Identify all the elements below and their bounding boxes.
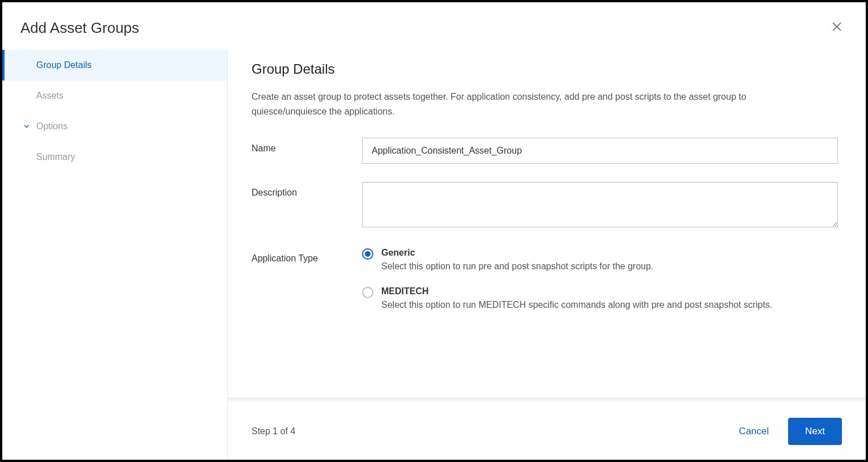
next-button[interactable]: Next <box>788 418 842 445</box>
form-row-description: Description <box>252 182 842 230</box>
modal-header: Add Asset Groups <box>2 2 866 50</box>
radio-text: Generic Select this option to run pre an… <box>381 248 838 272</box>
name-label: Name <box>252 138 362 154</box>
radio-desc: Select this option to run MEDITECH speci… <box>381 300 838 310</box>
page-title: Group Details <box>252 61 842 77</box>
sidebar-item-label: Group Details <box>36 60 92 70</box>
modal-body: Group Details Assets Options Summary Gro… <box>2 50 866 460</box>
cancel-button[interactable]: Cancel <box>739 426 769 437</box>
wizard-sidebar: Group Details Assets Options Summary <box>2 50 228 460</box>
main-panel: Group Details Create an asset group to p… <box>228 50 866 460</box>
radio-option-generic[interactable]: Generic Select this option to run pre an… <box>362 248 838 272</box>
footer-actions: Cancel Next <box>739 418 842 445</box>
sidebar-item-group-details[interactable]: Group Details <box>2 50 227 80</box>
radio-icon <box>362 248 373 260</box>
add-asset-groups-modal: Add Asset Groups Group Details Assets Op… <box>0 0 868 462</box>
main-content: Group Details Create an asset group to p… <box>228 50 866 397</box>
radio-title: MEDITECH <box>381 286 838 296</box>
close-icon <box>831 19 843 36</box>
chevron-down-icon <box>23 122 31 130</box>
radio-title: Generic <box>381 248 838 258</box>
radio-option-meditech[interactable]: MEDITECH Select this option to run MEDIT… <box>362 286 838 310</box>
application-type-radio-group: Generic Select this option to run pre an… <box>362 248 838 310</box>
step-indicator: Step 1 of 4 <box>252 426 295 436</box>
sidebar-item-summary[interactable]: Summary <box>2 142 227 172</box>
sidebar-item-assets[interactable]: Assets <box>2 80 227 111</box>
footer-separator <box>228 397 866 403</box>
form-row-name: Name <box>252 138 842 164</box>
radio-text: MEDITECH Select this option to run MEDIT… <box>381 286 838 310</box>
modal-title: Add Asset Groups <box>20 19 139 37</box>
sidebar-item-label: Assets <box>36 91 63 101</box>
radio-icon <box>362 287 373 298</box>
page-intro-text: Create an asset group to protect assets … <box>252 90 818 118</box>
sidebar-item-label: Options <box>36 121 67 132</box>
description-label: Description <box>252 182 362 198</box>
radio-desc: Select this option to run pre and post s… <box>381 261 838 272</box>
application-type-label: Application Type <box>252 248 362 264</box>
wizard-footer: Step 1 of 4 Cancel Next <box>228 403 866 460</box>
close-button[interactable] <box>826 18 848 37</box>
description-input[interactable] <box>362 182 838 227</box>
form-row-application-type: Application Type Generic Select this opt… <box>252 248 842 310</box>
sidebar-item-options[interactable]: Options <box>2 111 227 142</box>
sidebar-item-label: Summary <box>36 152 75 162</box>
name-input[interactable] <box>362 138 838 164</box>
